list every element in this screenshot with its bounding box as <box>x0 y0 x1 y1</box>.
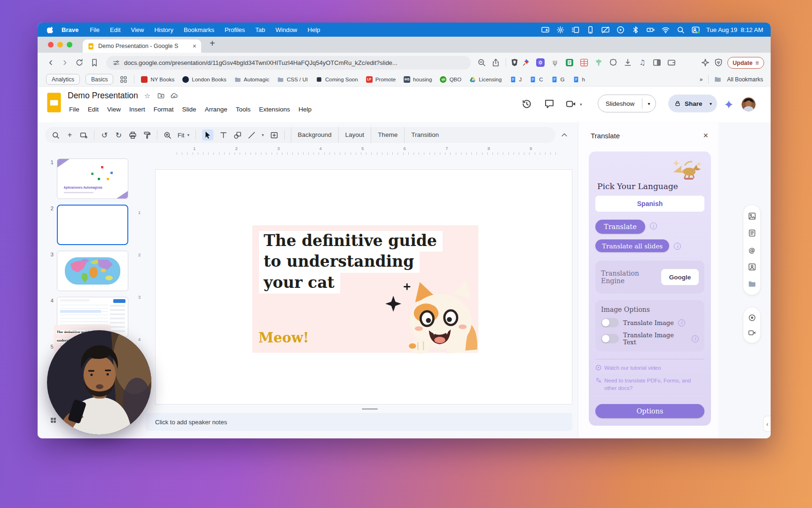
shapes-icon[interactable] <box>234 131 242 139</box>
line-tool-icon[interactable] <box>248 131 256 139</box>
photo-person-icon[interactable] <box>748 263 756 271</box>
back-icon[interactable]: ‹ <box>46 57 55 68</box>
search-icon[interactable] <box>677 26 685 34</box>
bookmark-item[interactable]: NY Books <box>141 76 174 83</box>
gemini-icon[interactable] <box>724 99 734 110</box>
chat-at-icon[interactable]: @ <box>748 246 756 254</box>
bookmark-item[interactable]: J <box>510 76 522 83</box>
bookmark-item[interactable]: G <box>551 76 565 83</box>
toolbar-action-button[interactable]: Transition <box>404 127 445 143</box>
bookmarks-sidebar-icon[interactable] <box>90 58 99 67</box>
collapse-side-panel-icon[interactable]: ‹ <box>763 416 771 432</box>
tab-close-icon[interactable]: × <box>193 42 196 50</box>
meet-icon[interactable] <box>566 99 576 109</box>
address-bar[interactable]: docs.google.com/presentation/d/11gGsv4bg… <box>106 56 471 70</box>
music-ext-icon[interactable]: ♫ <box>638 58 647 67</box>
slides-menu-item[interactable]: Extensions <box>255 104 294 114</box>
add-image-icon[interactable] <box>748 212 756 220</box>
display-off-icon[interactable] <box>601 26 609 34</box>
webcam-overlay[interactable] <box>47 330 151 435</box>
new-slide-plus-icon[interactable]: + <box>66 131 74 139</box>
bookmark-item[interactable]: h <box>573 76 585 83</box>
toggle-info-icon[interactable]: i <box>692 335 699 342</box>
collapse-toolbar-icon[interactable] <box>560 131 569 139</box>
zoom-icon[interactable] <box>164 131 172 139</box>
share-caret-icon[interactable]: ▾ <box>706 101 716 106</box>
fit-zoom-select[interactable]: Fit ▾ <box>178 132 189 139</box>
forward-icon[interactable]: › <box>60 57 70 68</box>
close-panel-icon[interactable]: × <box>703 131 708 141</box>
slide-content-card[interactable]: The definitive guide to understanding yo… <box>252 225 478 353</box>
new-slide-layout-icon[interactable] <box>80 131 88 139</box>
document-title[interactable]: Demo Presentation <box>68 91 138 101</box>
bookmark-item[interactable]: C <box>530 76 543 83</box>
zoom-out-icon[interactable] <box>477 58 486 67</box>
toggle-info-icon[interactable]: i <box>678 319 685 326</box>
translate-button[interactable]: Translate <box>595 220 645 234</box>
all-bookmarks-label[interactable]: All Bookmarks <box>727 76 763 83</box>
meet-caret-icon[interactable]: ▾ <box>580 102 582 107</box>
record-icon[interactable] <box>748 314 756 322</box>
translate-docs-link[interactable]: Need to translate PDFs, Forms, and other… <box>595 377 704 392</box>
slide-canvas[interactable]: The definitive guide to understanding yo… <box>155 169 572 405</box>
print-icon[interactable] <box>129 131 137 139</box>
reload-icon[interactable] <box>75 58 84 67</box>
browser-tab[interactable]: Demo Presentation - Google S × <box>83 40 201 53</box>
toggle-switch[interactable] <box>601 334 619 343</box>
slides-menu-item[interactable]: Insert <box>125 104 149 114</box>
site-settings-icon[interactable] <box>113 59 120 66</box>
split-ext-icon[interactable] <box>653 58 661 67</box>
menu-item[interactable]: Bookmarks <box>184 26 214 33</box>
slides-menu-item[interactable]: Format <box>149 104 178 114</box>
redo-icon[interactable]: ↻ <box>115 131 123 139</box>
menu-item[interactable]: File <box>90 26 100 33</box>
text-box-icon[interactable] <box>219 131 227 139</box>
slide-caption[interactable]: Meow! <box>258 330 309 346</box>
bookmarks-overflow-icon[interactable]: » <box>700 76 703 83</box>
toolbar-action-button[interactable]: Theme <box>371 127 404 143</box>
translate-all-info-icon[interactable]: i <box>674 243 681 250</box>
slides-menu-item[interactable]: Help <box>294 104 316 114</box>
psi-ext-icon[interactable]: ψ <box>551 58 559 67</box>
slide-thumbnail[interactable] <box>57 251 128 291</box>
slides-menu-item[interactable]: Slide <box>178 104 201 114</box>
menu-item[interactable]: History <box>154 26 173 33</box>
cat-illustration[interactable] <box>381 278 482 354</box>
menus-search-icon[interactable] <box>52 131 60 139</box>
vpn-shield-icon[interactable] <box>714 58 723 67</box>
settings-icon[interactable] <box>556 26 564 34</box>
canvas-scroll-dash[interactable] <box>362 408 378 410</box>
slides-menu-item[interactable]: Edit <box>84 104 103 114</box>
apple-menu-icon[interactable] <box>47 26 54 34</box>
phone-icon[interactable] <box>586 26 594 34</box>
slides-menu-item[interactable]: Tools <box>232 104 255 114</box>
bookmark-item[interactable]: qb QBO <box>440 76 461 83</box>
camera-icon[interactable] <box>748 329 756 337</box>
undo-icon[interactable]: ↺ <box>101 131 109 139</box>
star-icon[interactable]: ☆ <box>144 92 151 99</box>
share-button[interactable]: Share ▾ <box>668 95 717 112</box>
slideshow-caret-icon[interactable]: ▾ <box>642 101 656 106</box>
bookmark-folder-chip[interactable]: Basics <box>86 74 113 85</box>
pin-ext-icon[interactable] <box>522 58 530 67</box>
download-ext-icon[interactable] <box>624 58 632 67</box>
options-button[interactable]: Options <box>595 404 704 418</box>
tutorial-video-link[interactable]: Watch our tutorial video <box>595 364 704 372</box>
menu-item[interactable]: View <box>131 26 144 33</box>
wifi-icon[interactable] <box>662 26 670 34</box>
new-tab-button[interactable]: + <box>210 38 215 49</box>
bookmark-folder-chip[interactable]: Analytics <box>46 74 80 85</box>
bookmark-item[interactable]: IHS housing <box>404 76 432 83</box>
bookmark-item[interactable]: LP Promote <box>366 76 396 83</box>
slides-menu-item[interactable]: File <box>65 104 84 114</box>
leaf-ext-icon[interactable] <box>594 58 603 67</box>
brave-shield-icon[interactable] <box>510 58 519 67</box>
slides-menu-item[interactable]: Arrange <box>201 104 232 114</box>
insert-image-icon[interactable] <box>270 131 278 139</box>
bluetooth-icon[interactable] <box>632 26 640 34</box>
close-window-button[interactable] <box>48 42 54 48</box>
stage-manager-icon[interactable] <box>571 26 579 34</box>
active-app-name[interactable]: Brave <box>62 26 78 33</box>
select-tool-icon[interactable] <box>202 129 213 141</box>
toolbar-action-button[interactable]: Background <box>291 127 338 143</box>
